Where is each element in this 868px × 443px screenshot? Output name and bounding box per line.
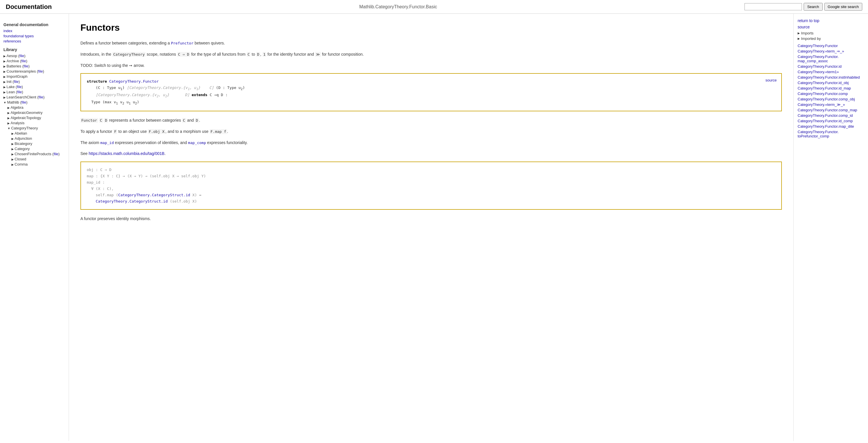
sidebar-item-category[interactable]: Category	[11, 147, 65, 151]
code-source-link[interactable]: source	[766, 77, 777, 83]
main-layout: General documentation index foundational…	[0, 14, 868, 441]
intro-paragraph-2: Introduces, in the CategoryTheory scope,…	[81, 51, 782, 58]
sidebar-item-closed[interactable]: Closed	[11, 157, 65, 161]
sidebar-item-batteries[interactable]: Batteries (file)	[3, 64, 65, 68]
right-links-section: CategoryTheory.Functor CategoryTheory.«t…	[798, 44, 864, 138]
sidebar-item-archive[interactable]: Archive (file)	[3, 59, 65, 63]
batteries-file-link[interactable]: file	[24, 64, 28, 68]
sidebar-item-bicategory[interactable]: Bicategory	[11, 141, 65, 146]
right-link-12[interactable]: CategoryTheory.Functor.comp_id	[798, 113, 864, 117]
right-link-13[interactable]: CategoryTheory.Functor.id_comp	[798, 119, 864, 123]
leansearchclient-file-link[interactable]: file	[38, 95, 43, 99]
right-link-7[interactable]: CategoryTheory.Functor.id_map	[798, 86, 864, 90]
right-link-11[interactable]: CategoryTheory.Functor.comp_map	[798, 108, 864, 112]
aesop-file-link[interactable]: file	[20, 54, 24, 58]
right-link-4[interactable]: CategoryTheory.«term1»	[798, 70, 864, 74]
category-struct-id-link-2[interactable]: CategoryTheory.CategoryStruct.id	[96, 199, 167, 203]
return-to-top-link[interactable]: return to top	[798, 19, 864, 23]
desc-and: and	[186, 118, 195, 123]
right-link-0[interactable]: CategoryTheory.Functor	[798, 44, 864, 48]
init-file-link[interactable]: file	[14, 79, 19, 84]
todo-paragraph: TODO: Switch to using the ➙ arrow.	[81, 62, 782, 69]
intro-text-2c: for the type of all functors from	[190, 52, 247, 57]
right-link-14[interactable]: CategoryTheory.Functor.map_dite	[798, 124, 864, 129]
archive-file-link[interactable]: file	[21, 59, 26, 63]
mathlib-file-link[interactable]: file	[22, 100, 26, 104]
sidebar-item-comma[interactable]: Comma	[11, 162, 65, 166]
sidebar-link-index[interactable]: index	[3, 29, 65, 33]
desc-period: .	[199, 118, 200, 123]
right-link-9[interactable]: CategoryTheory.Functor.comp_obj	[798, 97, 864, 101]
c-arrow-d-code: C ⇒ D	[177, 52, 190, 57]
sidebar-item-analysis[interactable]: Analysis	[7, 121, 65, 125]
module-name: Mathlib.CategoryTheory.Functor.Basic	[52, 4, 744, 9]
sidebar-item-algebra[interactable]: Algebra	[7, 105, 65, 110]
right-link-2[interactable]: CategoryTheory.Functor.map_comp_assoc	[798, 55, 864, 63]
right-link-10[interactable]: CategoryTheory.«term_≫_»	[798, 102, 864, 107]
map-id-4-line: CategoryTheory.CategoryStruct.id (self.o…	[87, 198, 776, 205]
right-link-5[interactable]: CategoryTheory.Functor.instInhabited	[798, 75, 864, 79]
sidebar-link-foundational-types[interactable]: foundational types	[3, 34, 65, 38]
lake-file-link[interactable]: file	[17, 84, 22, 89]
sidebar-item-abelian[interactable]: Abelian	[11, 131, 65, 135]
intro-comma: ,	[260, 52, 262, 57]
axiom-text-3: expresses functoriality.	[206, 140, 248, 145]
right-link-8[interactable]: CategoryTheory.Functor.comp	[798, 92, 864, 96]
search-area: Search Google site search	[744, 3, 862, 11]
sidebar-item-counterexamples[interactable]: Counterexamples (file)	[3, 69, 65, 73]
sidebar-item-categorytheory[interactable]: CategoryTheory	[7, 126, 65, 130]
search-input[interactable]	[744, 3, 802, 10]
search-button[interactable]: Search	[804, 3, 822, 11]
apply-fobj-code: F.obj X	[148, 129, 165, 134]
functor-code: Functor	[81, 118, 98, 123]
desc-paragraph-1: Functor C D represents a functor between…	[81, 117, 782, 124]
google-site-search-button[interactable]: Google site search	[824, 3, 862, 11]
functor-name-link[interactable]: CategoryTheory.Functor	[109, 79, 159, 83]
chosenfiniteproducts-file-link[interactable]: file	[54, 152, 59, 156]
intro-compose-code: ≫	[315, 52, 321, 57]
intro-d-code: D	[256, 52, 260, 57]
sidebar-link-references[interactable]: references	[3, 39, 65, 43]
sidebar-item-mathlib[interactable]: Mathlib (file)	[3, 100, 65, 104]
stacks-link[interactable]: https://stacks.math.columbia.edu/tag/001…	[89, 151, 164, 156]
imports-label: Imports	[801, 31, 813, 35]
counterexamples-file-link[interactable]: file	[38, 69, 43, 73]
see-text-1: See	[81, 151, 89, 156]
code-line-1: structure CategoryTheory.Functor	[87, 78, 776, 84]
sidebar-item-aesop[interactable]: Aesop (file)	[3, 54, 65, 58]
obj-line: obj : C → D	[87, 167, 776, 173]
map-id-link[interactable]: map_id	[100, 141, 114, 145]
sidebar-item-lean[interactable]: Lean (file)	[3, 90, 65, 94]
imports-collapsible[interactable]: Imports	[798, 31, 864, 35]
categorytheory-children: Abelian Adjunction Bicategory Category C…	[7, 131, 65, 166]
intro-paragraph-1: Defines a functor between categories, ex…	[81, 40, 782, 46]
source-link-right[interactable]: source	[798, 25, 864, 29]
lean-file-link[interactable]: file	[17, 90, 22, 94]
apply-paragraph: To apply a functor F to an object use F.…	[81, 128, 782, 135]
code-line-4: Type (max v1 v2 u1 u2)	[87, 99, 776, 106]
map-id-3-line: self.map (CategoryTheory.CategoryStruct.…	[87, 192, 776, 198]
sidebar-item-algebraictopology[interactable]: AlgebraicTopology	[7, 115, 65, 120]
sidebar-item-init[interactable]: Init (file)	[3, 79, 65, 84]
category-struct-id-link-1[interactable]: CategoryTheory.CategoryStruct.id	[118, 193, 190, 197]
right-link-1[interactable]: CategoryTheory.«term_⇒_»	[798, 49, 864, 54]
sidebar-item-chosenfiniteproducts[interactable]: ChosenFiniteProducts (file)	[11, 152, 65, 156]
apply-text-2: to an object use	[117, 129, 148, 134]
desc-c2-code: C	[182, 118, 186, 123]
sidebar-item-algebraicgeometry[interactable]: AlgebraicGeometry	[7, 110, 65, 115]
intro-c-code: C	[247, 52, 251, 57]
right-link-15[interactable]: CategoryTheory.Functor.toPrefunctor_comp	[798, 130, 864, 138]
sidebar-item-importgraph[interactable]: ImportGraph	[3, 74, 65, 79]
right-link-3[interactable]: CategoryTheory.Functor.id	[798, 64, 864, 69]
prefunctor-link[interactable]: Prefunctor	[171, 41, 193, 45]
intro-for-identity: for the identity functor and	[266, 52, 315, 57]
imported-by-collapsible[interactable]: Imported by	[798, 36, 864, 41]
code-line-3: [CategoryTheory.Category.{v2, u2} D] ext…	[87, 92, 776, 99]
sidebar-item-adjunction[interactable]: Adjunction	[11, 136, 65, 141]
sidebar-item-lake[interactable]: Lake (file)	[3, 84, 65, 89]
right-link-6[interactable]: CategoryTheory.Functor.id_obj	[798, 81, 864, 85]
sidebar-item-leansearchclient[interactable]: LeanSearchClient (file)	[3, 95, 65, 99]
mathlib-children: Algebra AlgebraicGeometry AlgebraicTopol…	[3, 105, 65, 166]
imported-by-label: Imported by	[801, 36, 821, 41]
map-comp-link[interactable]: map_comp	[188, 141, 206, 145]
